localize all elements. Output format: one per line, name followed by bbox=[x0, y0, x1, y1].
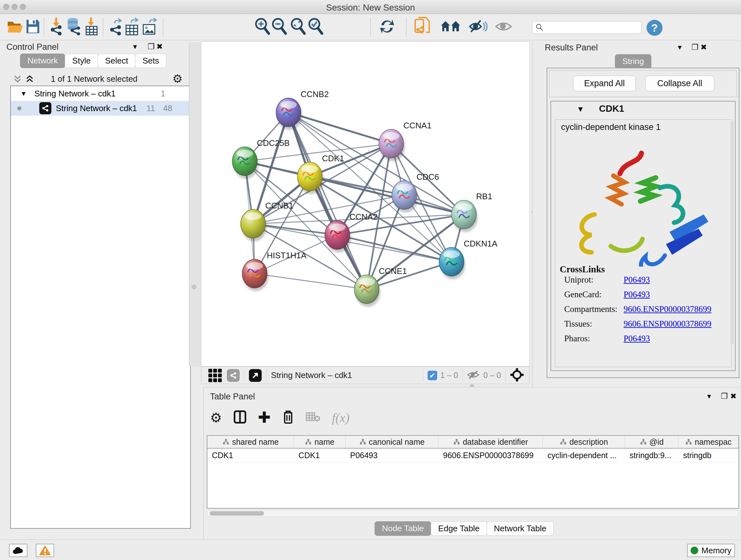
table-horizontal-scrollbar[interactable] bbox=[207, 510, 739, 517]
table-cell[interactable]: CDK1 bbox=[294, 449, 346, 462]
tab-network-table[interactable]: Network Table bbox=[487, 521, 554, 536]
network-canvas[interactable]: CCNB2CCNA1CDC25BCDK1CDC6RB1CCNB1CCNA2CDK… bbox=[201, 42, 530, 367]
node-RB1[interactable]: RB1 bbox=[452, 192, 492, 232]
search-input[interactable] bbox=[544, 23, 633, 32]
table-panel-float-icon[interactable]: ❐ bbox=[721, 392, 728, 401]
memory-button[interactable]: Memory bbox=[687, 544, 735, 557]
zoom-out-icon[interactable] bbox=[271, 17, 287, 37]
function-builder-icon[interactable]: f(x) bbox=[332, 410, 350, 425]
hidden-eye-icon[interactable] bbox=[467, 370, 480, 381]
edge-CCNA2-CDKN1A[interactable] bbox=[337, 235, 452, 262]
control-panel-float-icon[interactable]: ❐ bbox=[148, 42, 155, 51]
zoom-in-icon[interactable] bbox=[254, 17, 271, 37]
node-CCNB2[interactable]: CCNB2 bbox=[276, 89, 329, 130]
node-table[interactable]: shared namenamecanonical namedatabase id… bbox=[207, 435, 739, 509]
hide-selected-icon[interactable] bbox=[469, 19, 488, 35]
selected-nodes-checkbox-icon[interactable]: ✔ bbox=[428, 371, 437, 380]
export-network-icon[interactable] bbox=[108, 17, 123, 37]
zoom-fit-icon[interactable] bbox=[290, 17, 307, 37]
warnings-button[interactable] bbox=[36, 544, 54, 557]
column-header-namespac[interactable]: namespac bbox=[678, 436, 738, 448]
add-column-icon[interactable]: ✚ bbox=[258, 411, 271, 424]
expand-all-button[interactable]: Expand All bbox=[573, 76, 636, 91]
crosslink-label: Compartments: bbox=[564, 304, 623, 314]
crosslink-link[interactable]: 9606.ENSP00000378699 bbox=[623, 304, 711, 314]
network-row-selected[interactable]: String Network – cdk1 11 48 bbox=[11, 101, 190, 116]
tab-style[interactable]: Style bbox=[65, 54, 98, 68]
tab-edge-table[interactable]: Edge Table bbox=[431, 521, 487, 536]
cloud-icon bbox=[12, 546, 24, 555]
import-database-icon[interactable] bbox=[66, 17, 82, 37]
tab-node-table[interactable]: Node Table bbox=[375, 521, 431, 536]
export-table-icon[interactable] bbox=[125, 17, 139, 37]
export-image-icon[interactable] bbox=[142, 17, 158, 37]
import-table-icon[interactable] bbox=[84, 17, 98, 37]
node-label-RB1: RB1 bbox=[476, 192, 492, 201]
edge-CCNB2-CCNE1[interactable] bbox=[288, 112, 367, 289]
tab-sets[interactable]: Sets bbox=[135, 54, 166, 68]
column-header-name[interactable]: name bbox=[294, 436, 346, 448]
results-panel-menu-icon[interactable]: ▾ bbox=[678, 43, 682, 52]
table-cell[interactable]: stringdb bbox=[678, 449, 738, 462]
splitter-handle[interactable] bbox=[192, 285, 196, 289]
import-network-icon[interactable] bbox=[49, 17, 64, 37]
node-CCNA1[interactable]: CCNA1 bbox=[379, 121, 431, 161]
column-header-description[interactable]: description bbox=[543, 436, 625, 448]
help-button[interactable]: ? bbox=[647, 20, 663, 36]
table-panel-close-icon[interactable]: ✖ bbox=[730, 392, 737, 401]
edge-CCNB2-CCNA1[interactable] bbox=[288, 112, 391, 144]
section-collapse-icon[interactable]: ▼ bbox=[577, 105, 584, 114]
control-panel-close-icon[interactable]: ✖ bbox=[156, 42, 163, 51]
node-CCNE1[interactable]: CCNE1 bbox=[354, 266, 407, 307]
table-cell[interactable]: 9606.ENSP00000378699 bbox=[439, 449, 543, 462]
show-all-icon[interactable] bbox=[495, 20, 513, 35]
tab-network[interactable]: Network bbox=[20, 54, 65, 68]
network-collection-row[interactable]: ▼ String Network – cdk1 1 bbox=[11, 86, 190, 101]
column-header-canonical-name[interactable]: canonical name bbox=[346, 436, 439, 448]
home-pair-icon[interactable] bbox=[441, 19, 461, 35]
tab-select[interactable]: Select bbox=[98, 54, 135, 68]
crosslink-link[interactable]: P06493 bbox=[623, 334, 650, 343]
table-panel-menu-icon[interactable]: ▾ bbox=[707, 392, 711, 401]
birdseye-navigator-icon[interactable] bbox=[510, 368, 524, 383]
results-panel-float-icon[interactable]: ❐ bbox=[691, 43, 698, 52]
cloud-button[interactable] bbox=[9, 544, 27, 557]
show-columns-icon[interactable] bbox=[233, 410, 246, 425]
column-header--id[interactable]: @id bbox=[625, 436, 679, 448]
tab-string[interactable]: String bbox=[615, 54, 651, 69]
search-bar[interactable] bbox=[532, 21, 642, 34]
open-session-icon[interactable] bbox=[7, 19, 23, 35]
crosslink-link[interactable]: P06493 bbox=[623, 290, 650, 299]
network-badge-icon[interactable] bbox=[227, 369, 240, 382]
control-panel-menu-icon[interactable]: ▾ bbox=[133, 42, 137, 51]
column-header-database-identifier[interactable]: database identifier bbox=[439, 436, 543, 448]
table-cell[interactable]: cyclin-dependent ... bbox=[543, 449, 625, 462]
open-in-window-icon[interactable] bbox=[249, 369, 262, 382]
table-options-gear-icon[interactable]: ⚙ bbox=[210, 410, 222, 426]
column-header-shared-name[interactable]: shared name bbox=[207, 436, 294, 448]
save-session-icon[interactable] bbox=[26, 19, 40, 35]
crosslink-link[interactable]: 9606.ENSP00000378699 bbox=[623, 319, 711, 328]
node-HIST1H1A[interactable]: HIST1H1A bbox=[242, 251, 307, 291]
delete-table-icon[interactable] bbox=[306, 412, 320, 424]
edge-HIST1H1A-CCNE1[interactable] bbox=[255, 273, 367, 289]
delete-column-icon[interactable] bbox=[282, 410, 294, 426]
zoom-selected-icon[interactable] bbox=[307, 17, 324, 37]
scrollbar-thumb[interactable] bbox=[210, 511, 264, 516]
network-options-gear-icon[interactable]: ⚙ bbox=[172, 72, 183, 85]
collection-expand-icon[interactable]: ▼ bbox=[20, 90, 27, 98]
refresh-icon[interactable] bbox=[379, 18, 395, 36]
clone-network-icon[interactable] bbox=[414, 17, 430, 37]
table-cell[interactable]: P06493 bbox=[346, 449, 439, 462]
table-cell[interactable]: CDK1 bbox=[207, 449, 294, 462]
grid-view-icon[interactable] bbox=[208, 369, 222, 382]
results-panel-close-icon[interactable]: ✖ bbox=[700, 43, 707, 52]
collapse-all-button[interactable]: Collapse All bbox=[645, 76, 714, 91]
node-CDC25B[interactable]: CDC25B bbox=[232, 138, 290, 179]
section-scrollbar[interactable] bbox=[731, 121, 734, 344]
table-row[interactable]: CDK1CDK1P064939606.ENSP00000378699cyclin… bbox=[207, 449, 738, 462]
crosslink-link[interactable]: P06493 bbox=[623, 275, 650, 285]
table-cell[interactable]: stringdb:9... bbox=[625, 449, 679, 462]
left-splitter[interactable] bbox=[189, 42, 201, 367]
node-CDKN1A[interactable]: CDKN1A bbox=[439, 239, 497, 279]
